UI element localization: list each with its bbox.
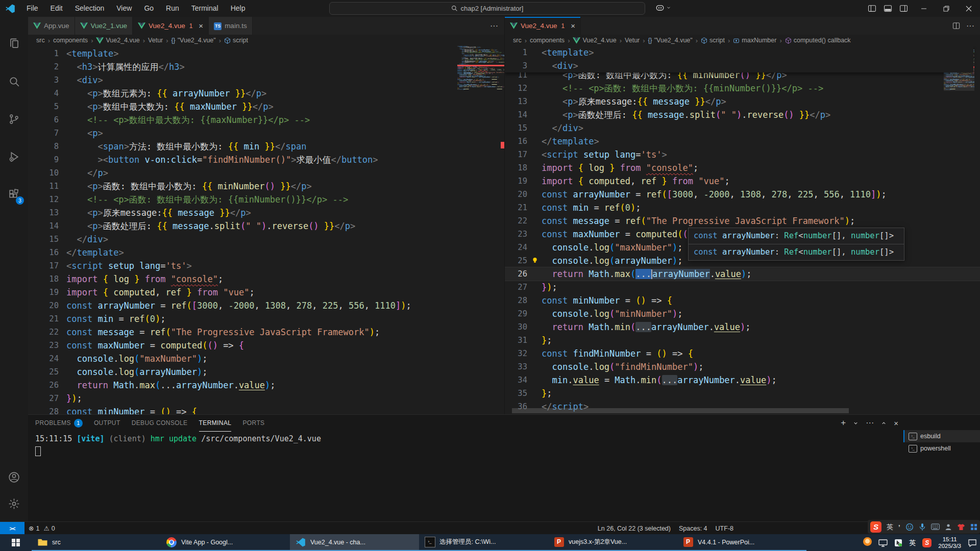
code-line[interactable]: 10 </p> [28,166,504,180]
tab-Vue2_1.vue[interactable]: Vue2_1.vue [75,17,133,35]
toggle-secondary-sidebar-icon[interactable] [899,4,908,13]
editor-more-actions-icon[interactable]: ··· [966,21,974,31]
code-line[interactable]: 21const min = ref(0); [28,312,504,325]
copilot-button[interactable] [655,3,671,13]
code-line[interactable]: 17<script setup lang='ts'> [505,148,980,161]
sogou-mic-icon[interactable] [919,523,926,531]
close-panel-icon[interactable]: × [894,419,898,428]
tray-ime-indicator[interactable]: 英 [909,538,916,547]
encoding[interactable]: UTF-8 [712,525,738,532]
code-line[interactable]: 31}; [505,334,980,347]
code-line[interactable]: 12 <!-- <p>函数: 数组中最小数为: {{minNumber()}}<… [505,82,980,95]
breadcrumb-item[interactable]: Vetur [148,37,163,44]
terminal-instance-esbuild[interactable]: ›_esbuild [903,430,980,442]
taskbar-item-chrome[interactable]: Vite App - Googl... [161,534,290,551]
taskbar-item-cmd[interactable]: ›_选择管理员: C:\Wi... [419,534,548,551]
remote-indicator[interactable]: >< [0,522,24,535]
start-button[interactable] [0,534,32,551]
tray-sogou-icon[interactable]: S [922,538,932,547]
code-line[interactable]: 22const message = ref("The Progressive J… [28,325,504,339]
horizontal-scrollbar[interactable] [512,408,849,413]
breadcrumb-item[interactable]: src [513,37,522,44]
terminal-dropdown-icon[interactable] [853,420,859,426]
code-line[interactable]: 20const arrayNumber = ref([3000, -2000, … [505,188,980,201]
code-line[interactable]: 3 <div> [28,73,504,87]
code-line[interactable]: 2 <h3>计算属性的应用</h3> [28,60,504,73]
breadcrumb-item[interactable]: {}"Vue2_4.vue" [172,37,216,44]
editor-more-actions-icon[interactable]: ··· [490,21,498,31]
taskbar-item-ppt[interactable]: PV4.4.1 - PowerPoi... [677,534,806,551]
activity-account[interactable] [0,465,28,489]
ime-language-toggle[interactable]: 英 [887,522,893,532]
new-terminal-icon[interactable]: + [841,418,846,428]
sogou-emoji-icon[interactable] [905,523,914,531]
menu-help[interactable]: Help [225,0,252,17]
activity-run-debug[interactable] [0,144,28,169]
code-line[interactable]: 25 console.log(arrayNumber); [28,365,504,379]
menu-terminal[interactable]: Terminal [185,0,225,17]
tray-cursor-green-icon[interactable] [894,539,902,547]
tray-orange-app-icon[interactable] [863,537,872,548]
breadcrumb-item[interactable]: Vue2_4.vue [573,37,616,44]
code-line[interactable]: 6 <!-- <p>数组中最大数为: {{maxNumber}}</p> --> [28,113,504,127]
breadcrumb-item[interactable]: components [53,37,88,44]
code-line[interactable]: 11 <p>函数: 数组中最小数为: {{ minNumber() }}</p> [28,180,504,193]
terminal-instance-powershell[interactable]: ›_powershell [903,442,980,455]
menu-selection[interactable]: Selection [69,0,111,17]
taskbar-item-vscode[interactable]: Vue2_4.vue - cha... [290,534,419,551]
breadcrumb-item[interactable]: Vetur [625,37,640,44]
code-line[interactable]: 18import { log } from "console"; [505,161,980,174]
sogou-apostrophe-icon[interactable]: ’ [898,522,900,532]
breadcrumb-item[interactable]: script [224,37,248,44]
code-line[interactable]: 15 </div> [28,233,504,246]
tab-main.ts[interactable]: TSmain.ts [209,17,253,35]
breadcrumb-item[interactable]: {}"Vue2_4.vue" [648,37,693,44]
breadcrumb-item[interactable]: src [36,37,45,44]
maximize-panel-icon[interactable] [881,420,887,426]
menu-file[interactable]: File [20,0,44,17]
code-line[interactable]: 28const minNumber = () => { [505,294,980,307]
tab-close-icon[interactable]: × [199,21,203,30]
toggle-panel-icon[interactable] [884,4,892,13]
activity-settings[interactable] [0,491,28,516]
sogou-person-icon[interactable] [945,523,952,531]
activity-explorer[interactable] [0,31,28,56]
tab-App.vue[interactable]: App.vue [28,17,75,35]
code-line[interactable]: 9 ><button v-on:click="findMinNumber()">… [28,153,504,166]
notification-center-icon[interactable] [968,539,977,547]
breadcrumb-item[interactable]: computed() callback [785,37,851,44]
tab-Vue2_4.vue[interactable]: Vue2_4.vue1× [505,17,581,35]
sogou-ime-toolbar[interactable]: S英’ [868,520,980,534]
restore-button[interactable] [935,0,958,17]
code-line[interactable]: 14 <p>函数处理后: {{ message.split(" ").rever… [28,219,504,233]
breadcrumb-item[interactable]: Vue2_4.vue [96,37,139,44]
sogou-skin-icon[interactable] [957,523,965,531]
code-line[interactable]: 21const min = ref(0); [505,201,980,214]
code-line[interactable]: 20const arrayNumber = ref([3000, -2000, … [28,299,504,312]
code-line[interactable]: 34 min.value = Math.min(...arrayNumber.v… [505,373,980,387]
indentation[interactable]: Spaces: 4 [675,525,712,532]
code-line[interactable]: 8 <span>方法: 数组中最小数为: {{ min }}</span [28,140,504,153]
code-line[interactable]: 17<script setup lang='ts'> [28,259,504,272]
sticky-line[interactable]: 3 <div> [505,59,973,72]
close-window-button[interactable] [958,0,980,17]
sticky-line[interactable]: 1<template> [505,46,973,59]
activity-extensions[interactable]: 3 [0,182,28,207]
code-line[interactable]: 30 return Math.min(...arrayNumber.value)… [505,320,980,334]
menu-run[interactable]: Run [160,0,185,17]
minimap[interactable]: <template> <h3>计算属性的应用</h3> <div> <p>数组元… [457,46,504,199]
activity-source-control[interactable] [0,107,28,131]
code-line[interactable]: 19import { computed, ref } from "vue"; [505,174,980,188]
code-line[interactable]: 13 <p>原来message:{{ message }}</p> [505,95,980,108]
code-line[interactable]: 19import { computed, ref } from "vue"; [28,286,504,299]
code-line[interactable]: 35}; [505,387,980,400]
breadcrumb[interactable]: src›components›Vue2_4.vue›Vetur›{}"Vue2_… [505,35,980,46]
taskbar-item-folder[interactable]: src [32,534,161,551]
code-line[interactable]: 14 <p>函数处理后: {{ message.split(" ").rever… [505,108,980,121]
code-line[interactable]: 27}); [28,392,504,405]
code-line[interactable]: 15 </div> [505,121,980,135]
panel-tab-terminal[interactable]: TERMINAL [199,415,232,432]
panel-tab-output[interactable]: OUTPUT [94,415,120,431]
breadcrumb-item[interactable]: components [530,37,565,44]
code-line[interactable]: 5 <p>数组中最大数为: {{ maxNumber }}</p> [28,100,504,113]
